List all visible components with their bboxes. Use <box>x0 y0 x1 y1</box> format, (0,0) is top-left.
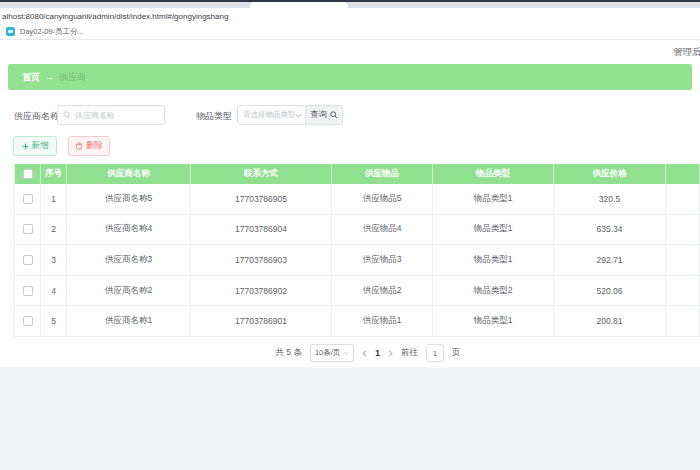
col-actions-cut <box>666 164 700 184</box>
table-row: 1 供应商名称5 17703786905 供应物品5 物品类型1 320.5 <box>15 184 700 215</box>
supplier-name-input-wrap[interactable] <box>57 105 165 125</box>
cell-price: 292.71 <box>554 245 666 276</box>
cell-supplier-name: 供应商名称5 <box>67 184 191 215</box>
breadcrumb: 首页 → 供应商 <box>8 64 692 90</box>
admin-user-label[interactable]: 管理后台 <box>673 46 700 59</box>
search-icon <box>330 111 338 119</box>
breadcrumb-home[interactable]: 首页 <box>22 71 40 84</box>
cell-item: 供应物品3 <box>332 245 433 276</box>
row-checkbox[interactable] <box>23 286 33 296</box>
cell-actions-cut <box>666 184 700 215</box>
goto-page-input[interactable] <box>426 344 444 362</box>
cell-type: 物品类型2 <box>433 276 554 307</box>
row-checkbox[interactable] <box>23 316 33 326</box>
delete-button-label: 删除 <box>86 140 103 152</box>
cell-price: 200.81 <box>554 306 666 337</box>
cell-phone: 17703786901 <box>191 306 332 337</box>
add-button[interactable]: 新增 <box>13 136 57 156</box>
cell-type: 物品类型1 <box>433 245 554 276</box>
table-row: 5 供应商名称1 17703786901 供应物品1 物品类型1 200.81 <box>15 306 700 337</box>
cell-phone: 17703786902 <box>191 276 332 307</box>
current-page-button[interactable]: 1 <box>375 348 380 358</box>
col-index: 序号 <box>41 164 67 184</box>
prev-page-button[interactable] <box>362 350 367 357</box>
row-checkbox-cell <box>15 276 41 307</box>
table-row: 4 供应商名称2 17703786902 供应物品2 物品类型2 520.06 <box>15 276 700 307</box>
col-phone: 联系方式 <box>191 164 332 184</box>
cell-type: 物品类型1 <box>433 215 554 246</box>
row-checkbox[interactable] <box>23 255 33 265</box>
cell-actions-cut <box>666 276 700 307</box>
row-checkbox-cell <box>15 184 41 215</box>
page-suffix-label: 页 <box>452 347 461 359</box>
pagination: 共 5 条 10条/页 1 前往 页 <box>18 343 700 363</box>
cell-phone: 17703786903 <box>191 245 332 276</box>
cell-type: 物品类型1 <box>433 184 554 215</box>
trash-icon <box>75 142 83 150</box>
supplier-name-input[interactable] <box>75 111 164 120</box>
item-type-select-placeholder: 请选择物品类型 <box>243 110 295 120</box>
suppliers-table: 序号 供应商名称 联系方式 供应物品 物品类型 供应价格 1 供应商名称5 17… <box>14 164 700 337</box>
cell-phone: 17703786904 <box>191 215 332 246</box>
page-size-select[interactable]: 10条/页 <box>310 344 354 362</box>
row-checkbox[interactable] <box>23 224 33 234</box>
item-type-select[interactable]: 请选择物品类型 <box>237 105 307 125</box>
page-size-label: 10条/页 <box>315 348 340 358</box>
plus-icon <box>22 143 29 150</box>
col-item: 供应物品 <box>332 164 433 184</box>
row-checkbox-cell <box>15 306 41 337</box>
cell-index: 1 <box>41 184 67 215</box>
cell-index: 2 <box>41 215 67 246</box>
col-supplier-name: 供应商名称 <box>67 164 191 184</box>
bookmark-item[interactable]: Day02-09-员工分... <box>20 27 84 37</box>
add-button-label: 新增 <box>32 140 49 152</box>
select-all-header-cell <box>15 164 41 184</box>
cell-type: 物品类型1 <box>433 306 554 337</box>
url-text[interactable]: alhost:8080/canyinguanli/admin/dist/inde… <box>0 12 228 21</box>
cell-index: 5 <box>41 306 67 337</box>
cell-supplier-name: 供应商名称1 <box>67 306 191 337</box>
cell-actions-cut <box>666 215 700 246</box>
cell-actions-cut <box>666 306 700 337</box>
cell-supplier-name: 供应商名称4 <box>67 215 191 246</box>
cell-item: 供应物品2 <box>332 276 433 307</box>
col-price: 供应价格 <box>554 164 666 184</box>
cell-supplier-name: 供应商名称3 <box>67 245 191 276</box>
cell-supplier-name: 供应商名称2 <box>67 276 191 307</box>
screenshot-root: alhost:8080/canyinguanli/admin/dist/inde… <box>0 0 700 470</box>
cell-price: 635.34 <box>554 215 666 246</box>
cell-index: 3 <box>41 245 67 276</box>
chevron-down-icon <box>343 351 349 355</box>
browser-url-bar[interactable]: alhost:8080/canyinguanli/admin/dist/inde… <box>0 8 700 24</box>
delete-button[interactable]: 删除 <box>68 136 110 156</box>
row-checkbox[interactable] <box>23 194 33 204</box>
select-all-checkbox[interactable] <box>23 169 33 179</box>
bookmarks-bar: Day02-09-员工分... <box>0 24 700 40</box>
row-checkbox-cell <box>15 245 41 276</box>
table-row: 2 供应商名称4 17703786904 供应物品4 物品类型1 635.34 <box>15 215 700 246</box>
total-count-label: 共 5 条 <box>275 347 301 359</box>
cell-item: 供应物品4 <box>332 215 433 246</box>
bookmark-favicon-icon <box>6 27 15 36</box>
goto-label: 前往 <box>401 347 418 359</box>
table-row: 3 供应商名称3 17703786903 供应物品3 物品类型1 292.71 <box>15 245 700 276</box>
item-type-label: 物品类型 <box>196 110 232 123</box>
breadcrumb-current: 供应商 <box>59 71 86 84</box>
cell-item: 供应物品5 <box>332 184 433 215</box>
breadcrumb-arrow-icon: → <box>45 72 54 82</box>
chevron-down-icon <box>295 113 302 118</box>
cell-price: 520.06 <box>554 276 666 307</box>
cell-price: 320.5 <box>554 184 666 215</box>
cell-item: 供应物品1 <box>332 306 433 337</box>
cell-actions-cut <box>666 245 700 276</box>
chevron-left-icon <box>362 350 367 357</box>
col-type: 物品类型 <box>433 164 554 184</box>
page-bottom-background <box>0 367 700 470</box>
row-checkbox-cell <box>15 215 41 246</box>
cell-index: 4 <box>41 276 67 307</box>
search-button[interactable]: 查询 <box>305 105 343 125</box>
table-header-row: 序号 供应商名称 联系方式 供应物品 物品类型 供应价格 <box>15 164 700 184</box>
cell-phone: 17703786905 <box>191 184 332 215</box>
search-icon <box>63 111 71 119</box>
next-page-button[interactable] <box>388 350 393 357</box>
